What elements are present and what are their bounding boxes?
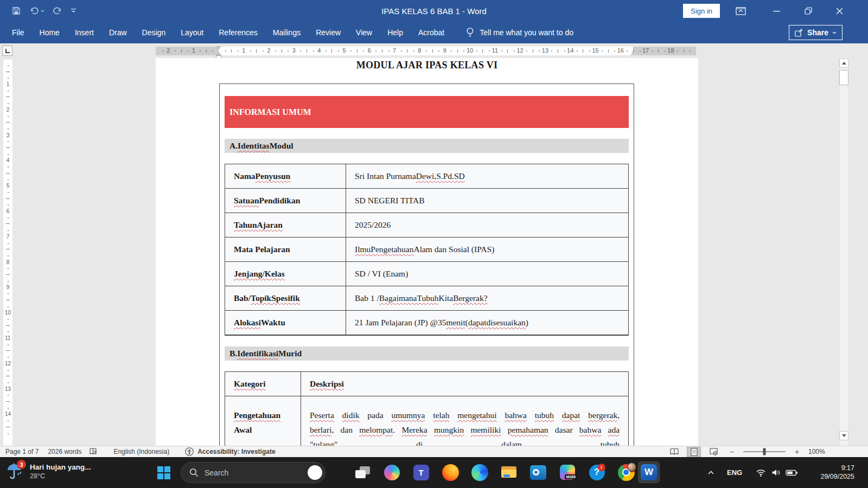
taskbar-app-copilot[interactable] [381,461,403,483]
proofing-status[interactable] [89,447,97,456]
weather-widget[interactable]: 3 Hari hujan yang... 28°C [5,461,91,481]
search-highlights-icon[interactable] [308,465,322,480]
page-indicator[interactable]: Page 1 of 7 [5,448,39,455]
menu-tab-references[interactable]: References [211,22,265,43]
customize-quick-access-button[interactable] [71,9,76,13]
menu-tab-design[interactable]: Design [135,22,174,43]
taskbar-app-file-explorer[interactable] [498,461,520,483]
ruler-number: 2 [267,47,271,54]
taskbar-app-get-help[interactable]: ?! [586,461,608,483]
battery-button[interactable] [786,457,798,488]
ruler-tick [357,49,358,53]
zoom-out-button[interactable]: − [728,447,736,456]
scrollbar-thumb[interactable] [839,70,848,85]
wifi-button[interactable] [756,457,766,488]
clock[interactable]: 9:17 29/09/2025 [820,464,854,481]
ruler-number: 4 [317,47,321,54]
ruler-tick [558,49,558,53]
menu-tab-home[interactable]: Home [32,22,67,43]
save-button[interactable] [12,7,21,15]
tray-date: 29/09/2025 [820,472,854,481]
tell-me-button[interactable]: Tell me what you want to do [466,27,573,38]
ruler-tick [388,50,390,52]
zoom-level[interactable]: 100% [808,448,830,455]
scroll-down-button[interactable] [839,431,848,440]
hanging-indent-marker[interactable] [216,52,221,55]
first-line-indent-marker[interactable] [216,46,221,50]
language-switcher[interactable]: ENG [727,457,742,488]
ruler-tick [501,50,502,52]
ruler-tick [533,49,533,53]
close-button[interactable] [830,0,848,22]
menu-tab-layout[interactable]: Layout [173,22,211,43]
word-count[interactable]: 2026 words [48,448,81,455]
quick-access-toolbar [12,0,76,22]
menu-tab-review[interactable]: Review [308,22,348,43]
ribbon-display-options-button[interactable] [731,0,750,22]
ruler-tick [326,50,327,52]
taskbar-search[interactable]: Search [181,462,326,483]
taskbar-app-word[interactable]: W [638,461,660,483]
field-label: Nama Penyusun [225,164,346,188]
ruler-tick [8,357,9,358]
ruler-number: 11 [492,47,498,54]
web-layout-button[interactable] [706,447,720,457]
sign-in-button[interactable]: Sign in [683,4,720,18]
zoom-in-button[interactable]: + [793,447,801,456]
accessibility-checker[interactable]: Accessibility: Investigate [184,447,275,457]
redo-button[interactable] [53,7,62,15]
taskbar-app-task-view[interactable] [352,461,373,483]
scroll-up-button[interactable] [839,59,848,68]
ruler-tick [507,49,508,53]
volume-button[interactable] [771,457,781,488]
taskbar-app-firefox[interactable] [439,461,461,483]
ruler-tick [514,50,515,52]
taskbar-app-outlook[interactable] [527,461,549,483]
ruler-tick [250,50,251,52]
taskbar-app-chrome[interactable] [615,461,637,483]
ruler-tick [8,306,9,307]
restore-button[interactable] [799,0,818,22]
ruler-tick [8,433,9,434]
zoom-slider[interactable] [743,451,786,452]
section-a-header: A. Identitas Modul [225,139,629,153]
share-button[interactable]: Share [789,25,843,40]
zoom-slider-handle[interactable] [763,448,766,455]
menu-tab-mailings[interactable]: Mailings [265,22,308,43]
ruler-tick [8,192,9,193]
ruler-number: 7 [393,47,396,54]
minimize-button[interactable] [767,0,786,22]
start-button[interactable] [154,463,174,483]
menu-tab-draw[interactable]: Draw [101,22,135,43]
ruler-tick [6,376,10,376]
description-line: berlari, dan melompat. Mereka mungkin me… [310,423,620,438]
menu-tab-acrobat[interactable]: Acrobat [411,22,452,43]
ruler-tick [6,325,10,326]
table-row: Nama PenyusunSri Intan Purnama Dewi,S.Pd… [225,164,628,189]
taskbar-app-m365-copilot[interactable]: M365 [557,461,578,483]
menu-tab-insert[interactable]: Insert [67,22,101,43]
row-description: Peserta didik pada umumnya telah mengeta… [301,396,628,446]
vertical-ruler[interactable]: 1234567891011121314 [3,60,12,446]
ruler-tick [6,300,10,300]
tab-stop-selector[interactable] [2,46,12,56]
menu-tab-file[interactable]: File [4,22,32,43]
menu-tab-view[interactable]: View [348,22,380,43]
print-layout-button[interactable] [687,447,701,457]
vertical-scrollbar[interactable] [839,58,848,446]
ruler-tick [432,49,433,53]
ruler-tick [8,129,9,130]
undo-button[interactable] [29,7,44,15]
ruler-tick [331,49,332,53]
taskbar-app-edge[interactable] [469,461,490,483]
table-row: Satuan PendidikanSD NEGERI TITAB [225,189,628,213]
tray-chevron-button[interactable] [707,457,715,488]
ruler-tick [8,179,9,181]
read-mode-button[interactable] [667,447,681,457]
taskbar-app-teams[interactable]: T [410,461,432,483]
horizontal-ruler[interactable]: 21123456789101112131415161718 [156,47,696,55]
menu-tab-help[interactable]: Help [380,22,411,43]
ruler-tick [677,50,678,52]
language-indicator[interactable]: English (Indonesia) [113,448,169,455]
document-heading: MODUL AJAR IPAS KELAS VI [156,60,698,71]
